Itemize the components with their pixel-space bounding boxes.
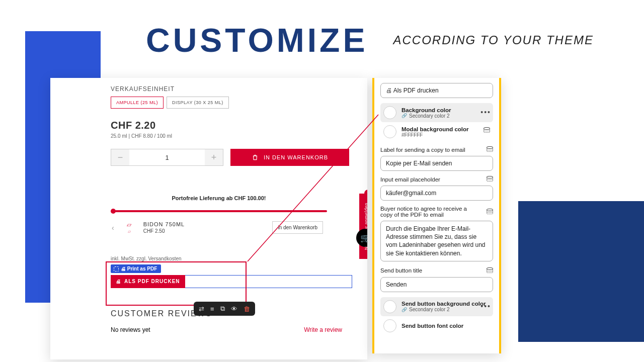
placeholder-field-label: Input email placeholder bbox=[380, 176, 440, 183]
theme-editor-selection-outline bbox=[185, 275, 352, 288]
button-label-input[interactable] bbox=[380, 83, 493, 98]
variant-chip-ampulle[interactable]: AMPULLE (25 ML) bbox=[111, 97, 164, 109]
print-as-pdf-button[interactable]: ALS PDF DRUCKEN bbox=[111, 275, 185, 288]
free-shipping-block: Portofreie Lieferung ab CHF 100.00! bbox=[111, 195, 352, 212]
related-price: CHF 2.50 bbox=[143, 228, 185, 234]
duplicate-block-icon[interactable]: ⧉ bbox=[220, 305, 225, 313]
dynamic-source-icon[interactable] bbox=[487, 267, 493, 274]
send-bg-title: Send button background color bbox=[401, 301, 486, 307]
variant-section-label: VERKAUFSEINHEIT bbox=[111, 85, 352, 93]
send-bg-color-row[interactable]: Send button background color 🔗 Secondary… bbox=[380, 297, 493, 316]
dynamic-source-icon[interactable] bbox=[487, 176, 493, 183]
qty-minus-button[interactable]: − bbox=[111, 149, 129, 165]
bottle-icon: ▱ bbox=[127, 221, 131, 228]
background-color-swatch bbox=[383, 106, 396, 119]
add-to-cart-button[interactable]: IN DEN WARENKORB bbox=[230, 149, 349, 166]
bottle-icon-shadow: ▱ bbox=[128, 229, 131, 234]
selection-icon bbox=[114, 266, 119, 272]
variant-list: AMPULLE (25 ML) DISPLAY (30 X 25 ML) bbox=[111, 97, 352, 109]
no-reviews-text: No reviews yet bbox=[111, 326, 150, 333]
qty-plus-button[interactable]: + bbox=[205, 149, 223, 165]
notice-textarea[interactable] bbox=[380, 221, 493, 261]
row-menu-icon[interactable]: ••• bbox=[480, 302, 491, 310]
send-font-title: Send button font color bbox=[401, 323, 463, 329]
newsletter-tab[interactable]: Newsletter anmelden bbox=[359, 194, 367, 259]
placeholder-input[interactable] bbox=[380, 186, 493, 201]
background-color-sub: Secondary color 2 bbox=[409, 113, 450, 119]
buy-row: − 1 + IN DEN WARENKORB bbox=[111, 149, 352, 166]
background-color-title: Background color bbox=[401, 107, 451, 113]
product-unit-price: 25.0 ml | CHF 8.80 / 100 ml bbox=[111, 133, 352, 139]
send-font-swatch bbox=[383, 319, 396, 332]
bg-shape-right bbox=[518, 201, 644, 342]
related-thumb: ▱ ▱ bbox=[125, 221, 133, 234]
notice-field-label: Buyer notice to agree to receive a copy … bbox=[380, 206, 476, 218]
row-menu-icon[interactable]: ••• bbox=[480, 108, 491, 116]
modal-bg-swatch bbox=[383, 125, 396, 138]
label-email-field-label: Label for sending a copy to email bbox=[380, 147, 465, 153]
free-shipping-text: Portofreie Lieferung ab CHF 100.00! bbox=[111, 195, 327, 201]
hero-title: CUSTOMIZE bbox=[146, 21, 368, 59]
hide-block-icon[interactable]: 👁 bbox=[231, 305, 237, 313]
send-title-input[interactable] bbox=[380, 277, 493, 292]
send-title-field-label: Send button title bbox=[380, 267, 422, 274]
modal-bg-row[interactable]: Modal background color #FFFFFF bbox=[380, 122, 493, 141]
delete-block-icon[interactable]: 🗑 bbox=[244, 305, 250, 313]
free-shipping-progress-dot bbox=[111, 209, 116, 214]
cart-icon: 🛒 bbox=[360, 233, 367, 243]
qty-value: 1 bbox=[129, 149, 205, 165]
dynamic-source-icon[interactable] bbox=[487, 209, 493, 215]
theme-settings-panel: Background color 🔗 Secondary color 2 •••… bbox=[372, 78, 501, 353]
link-icon: 🔗 bbox=[401, 307, 407, 312]
printer-icon bbox=[116, 279, 121, 284]
send-bg-swatch bbox=[383, 300, 396, 313]
send-font-color-row[interactable]: Send button font color bbox=[380, 316, 493, 335]
send-bg-sub: Secondary color 2 bbox=[409, 307, 450, 312]
hero-subtitle: ACCORDING TO YOUR THEME bbox=[393, 33, 593, 47]
link-icon: 🔗 bbox=[401, 113, 407, 118]
background-color-row[interactable]: Background color 🔗 Secondary color 2 ••• bbox=[380, 103, 493, 122]
modal-bg-sub: #FFFFFF bbox=[401, 132, 469, 138]
storefront-preview: VERKAUFSEINHEIT AMPULLE (25 ML) DISPLAY … bbox=[50, 78, 367, 359]
related-name: BIDON 750ML bbox=[143, 221, 185, 227]
print-as-pdf-label: ALS PDF DRUCKEN bbox=[124, 279, 180, 284]
theme-editor-badge-label: 🖨 Print as PDF bbox=[121, 266, 157, 272]
theme-editor-badge[interactable]: 🖨 Print as PDF bbox=[111, 264, 161, 273]
dynamic-source-icon[interactable] bbox=[484, 127, 490, 134]
align-block-icon[interactable]: ≡ bbox=[210, 305, 214, 313]
bag-icon bbox=[252, 154, 259, 161]
free-shipping-bar bbox=[111, 210, 327, 212]
modal-bg-title: Modal background color bbox=[401, 126, 469, 132]
dynamic-source-icon[interactable] bbox=[487, 146, 493, 153]
tax-note: inkl. MwSt. zzgl. Versandkosten bbox=[111, 256, 352, 261]
add-to-cart-label: IN DEN WARENKORB bbox=[264, 154, 328, 160]
related-prev-button[interactable]: ‹ bbox=[111, 222, 115, 234]
hero-card: CUSTOMIZE ACCORDING TO YOUR THEME bbox=[101, 0, 644, 80]
move-block-icon[interactable]: ⇄ bbox=[199, 305, 204, 313]
related-add-button[interactable]: in den Warenkorb bbox=[272, 221, 323, 234]
product-price: CHF 2.20 bbox=[111, 120, 352, 131]
qty-stepper: − 1 + bbox=[111, 149, 223, 166]
block-editor-toolbar: ⇄ ≡ ⧉ 👁 🗑 bbox=[194, 302, 255, 316]
label-email-input[interactable] bbox=[380, 156, 493, 171]
floating-cart-button[interactable]: 🛒 bbox=[356, 229, 367, 247]
related-product-row: ‹ ▱ ▱ BIDON 750ML CHF 2.50 in den Warenk… bbox=[111, 221, 352, 234]
write-review-link[interactable]: Write a review bbox=[304, 326, 342, 333]
variant-chip-display[interactable]: DISPLAY (30 X 25 ML) bbox=[167, 97, 229, 109]
